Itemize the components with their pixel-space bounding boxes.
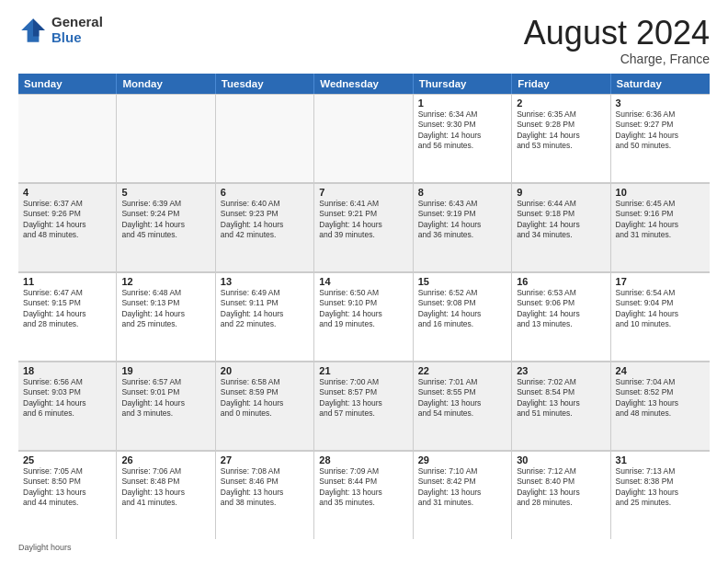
cal-header-cell: Saturday: [611, 74, 710, 94]
cell-text: Sunrise: 6:44 AM Sunset: 9:18 PM Dayligh…: [517, 199, 605, 241]
calendar-cell: 11Sunrise: 6:47 AM Sunset: 9:15 PM Dayli…: [18, 272, 117, 361]
cell-text: Sunrise: 6:58 AM Sunset: 8:59 PM Dayligh…: [221, 377, 309, 419]
calendar-cell: 5Sunrise: 6:39 AM Sunset: 9:24 PM Daylig…: [117, 183, 215, 271]
calendar: SundayMondayTuesdayWednesdayThursdayFrid…: [18, 74, 710, 539]
cell-text: Sunrise: 7:12 AM Sunset: 8:40 PM Dayligh…: [517, 466, 605, 509]
calendar-cell: 6Sunrise: 6:40 AM Sunset: 9:23 PM Daylig…: [216, 183, 314, 271]
calendar-week: 1Sunrise: 6:34 AM Sunset: 9:30 PM Daylig…: [18, 94, 710, 183]
day-number: 13: [221, 276, 309, 287]
calendar-header: SundayMondayTuesdayWednesdayThursdayFrid…: [18, 74, 710, 94]
calendar-cell: [117, 94, 215, 182]
day-number: 3: [616, 98, 705, 109]
day-number: 21: [319, 365, 407, 376]
calendar-cell: 18Sunrise: 6:56 AM Sunset: 9:03 PM Dayli…: [18, 362, 117, 450]
cell-text: Sunrise: 6:47 AM Sunset: 9:15 PM Dayligh…: [23, 288, 111, 330]
calendar-cell: 21Sunrise: 7:00 AM Sunset: 8:57 PM Dayli…: [314, 362, 413, 450]
svg-marker-1: [33, 18, 45, 36]
logo-blue-label: Blue: [51, 30, 103, 46]
cell-text: Sunrise: 6:41 AM Sunset: 9:21 PM Dayligh…: [319, 199, 407, 241]
location-label: Charge, France: [524, 52, 710, 66]
calendar-week: 18Sunrise: 6:56 AM Sunset: 9:03 PM Dayli…: [18, 362, 710, 451]
calendar-cell: 30Sunrise: 7:12 AM Sunset: 8:40 PM Dayli…: [512, 451, 610, 539]
cell-text: Sunrise: 6:43 AM Sunset: 9:19 PM Dayligh…: [418, 199, 506, 241]
calendar-cell: 7Sunrise: 6:41 AM Sunset: 9:21 PM Daylig…: [314, 183, 413, 271]
cell-text: Sunrise: 7:06 AM Sunset: 8:48 PM Dayligh…: [121, 466, 210, 509]
calendar-body: 1Sunrise: 6:34 AM Sunset: 9:30 PM Daylig…: [18, 94, 710, 539]
day-number: 8: [418, 187, 506, 198]
cell-text: Sunrise: 6:39 AM Sunset: 9:24 PM Dayligh…: [121, 199, 210, 241]
calendar-cell: 16Sunrise: 6:53 AM Sunset: 9:06 PM Dayli…: [512, 272, 610, 361]
calendar-cell: [216, 94, 314, 182]
day-number: 14: [319, 276, 407, 287]
day-number: 27: [221, 454, 309, 465]
logo-general-label: General: [51, 15, 103, 30]
cell-text: Sunrise: 6:56 AM Sunset: 9:03 PM Dayligh…: [23, 377, 111, 419]
calendar-cell: 17Sunrise: 6:54 AM Sunset: 9:04 PM Dayli…: [611, 272, 710, 361]
cell-text: Sunrise: 7:10 AM Sunset: 8:42 PM Dayligh…: [418, 466, 506, 509]
month-title: August 2024: [524, 15, 710, 52]
calendar-cell: 29Sunrise: 7:10 AM Sunset: 8:42 PM Dayli…: [414, 451, 512, 539]
day-number: 24: [616, 365, 705, 376]
day-number: 30: [517, 454, 605, 465]
calendar-cell: 15Sunrise: 6:52 AM Sunset: 9:08 PM Dayli…: [414, 272, 512, 361]
cell-text: Sunrise: 7:02 AM Sunset: 8:54 PM Dayligh…: [517, 377, 605, 419]
day-number: 10: [616, 187, 705, 198]
cell-text: Sunrise: 6:54 AM Sunset: 9:04 PM Dayligh…: [616, 288, 705, 330]
day-number: 5: [121, 187, 210, 198]
day-number: 29: [418, 454, 506, 465]
cell-text: Sunrise: 7:05 AM Sunset: 8:50 PM Dayligh…: [23, 466, 111, 509]
calendar-cell: [18, 94, 117, 182]
calendar-cell: 31Sunrise: 7:13 AM Sunset: 8:38 PM Dayli…: [611, 451, 710, 539]
cell-text: Sunrise: 7:08 AM Sunset: 8:46 PM Dayligh…: [221, 466, 309, 509]
calendar-cell: 3Sunrise: 6:36 AM Sunset: 9:27 PM Daylig…: [611, 94, 710, 182]
cell-text: Sunrise: 6:40 AM Sunset: 9:23 PM Dayligh…: [221, 199, 309, 241]
day-number: 22: [418, 365, 506, 376]
calendar-week: 4Sunrise: 6:37 AM Sunset: 9:26 PM Daylig…: [18, 183, 710, 272]
cell-text: Sunrise: 6:35 AM Sunset: 9:28 PM Dayligh…: [517, 109, 605, 152]
footer-note: Daylight hours: [18, 543, 710, 552]
calendar-cell: 28Sunrise: 7:09 AM Sunset: 8:44 PM Dayli…: [314, 451, 413, 539]
calendar-cell: 9Sunrise: 6:44 AM Sunset: 9:18 PM Daylig…: [512, 183, 610, 271]
day-number: 31: [616, 454, 705, 465]
cell-text: Sunrise: 6:37 AM Sunset: 9:26 PM Dayligh…: [23, 199, 111, 241]
day-number: 16: [517, 276, 605, 287]
calendar-cell: 4Sunrise: 6:37 AM Sunset: 9:26 PM Daylig…: [18, 183, 117, 271]
day-number: 28: [319, 454, 407, 465]
day-number: 12: [121, 276, 210, 287]
cell-text: Sunrise: 6:53 AM Sunset: 9:06 PM Dayligh…: [517, 288, 605, 330]
cell-text: Sunrise: 6:57 AM Sunset: 9:01 PM Dayligh…: [121, 377, 210, 419]
cell-text: Sunrise: 6:36 AM Sunset: 9:27 PM Dayligh…: [616, 109, 705, 152]
page: General Blue August 2024 Charge, France …: [0, 0, 728, 563]
cell-text: Sunrise: 7:13 AM Sunset: 8:38 PM Dayligh…: [616, 466, 705, 509]
cell-text: Sunrise: 7:01 AM Sunset: 8:55 PM Dayligh…: [418, 377, 506, 419]
logo-icon: [18, 16, 48, 45]
calendar-cell: 27Sunrise: 7:08 AM Sunset: 8:46 PM Dayli…: [216, 451, 314, 539]
day-number: 2: [517, 98, 605, 109]
calendar-cell: 26Sunrise: 7:06 AM Sunset: 8:48 PM Dayli…: [117, 451, 215, 539]
cell-text: Sunrise: 6:50 AM Sunset: 9:10 PM Dayligh…: [319, 288, 407, 330]
header: General Blue August 2024 Charge, France: [18, 15, 710, 66]
cell-text: Sunrise: 7:00 AM Sunset: 8:57 PM Dayligh…: [319, 377, 407, 419]
cell-text: Sunrise: 6:34 AM Sunset: 9:30 PM Dayligh…: [418, 109, 506, 152]
logo-text: General Blue: [51, 15, 103, 45]
calendar-cell: 12Sunrise: 6:48 AM Sunset: 9:13 PM Dayli…: [117, 272, 215, 361]
cell-text: Sunrise: 7:04 AM Sunset: 8:52 PM Dayligh…: [616, 377, 705, 419]
cell-text: Sunrise: 6:45 AM Sunset: 9:16 PM Dayligh…: [616, 199, 705, 241]
title-block: August 2024 Charge, France: [524, 15, 710, 66]
day-number: 11: [23, 276, 111, 287]
day-number: 26: [121, 454, 210, 465]
calendar-cell: 10Sunrise: 6:45 AM Sunset: 9:16 PM Dayli…: [611, 183, 710, 271]
cell-text: Sunrise: 6:49 AM Sunset: 9:11 PM Dayligh…: [221, 288, 309, 330]
cal-header-cell: Friday: [512, 74, 610, 94]
calendar-cell: 23Sunrise: 7:02 AM Sunset: 8:54 PM Dayli…: [512, 362, 610, 450]
cal-header-cell: Sunday: [18, 74, 117, 94]
calendar-cell: [314, 94, 413, 182]
cal-header-cell: Thursday: [414, 74, 512, 94]
cal-header-cell: Wednesday: [314, 74, 413, 94]
day-number: 1: [418, 98, 506, 109]
day-number: 20: [221, 365, 309, 376]
day-number: 6: [221, 187, 309, 198]
calendar-cell: 8Sunrise: 6:43 AM Sunset: 9:19 PM Daylig…: [414, 183, 512, 271]
day-number: 4: [23, 187, 111, 198]
cal-header-cell: Tuesday: [216, 74, 314, 94]
